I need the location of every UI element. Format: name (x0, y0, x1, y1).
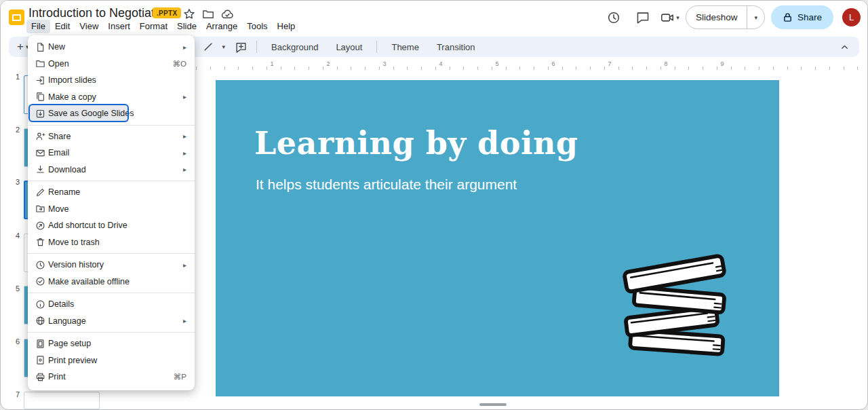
ruler-label: 6 (549, 60, 557, 67)
menu-item-label: Import slides (47, 75, 96, 85)
submenu-arrow-icon: ▸ (183, 166, 186, 173)
trash-icon (35, 237, 45, 248)
menu-file[interactable]: File (26, 20, 50, 33)
copy-icon (35, 92, 45, 102)
submenu-arrow-icon: ▸ (183, 149, 186, 157)
menu-item-share[interactable]: Share ▸ (28, 128, 195, 145)
print-preview-icon (35, 355, 45, 366)
menu-tools[interactable]: Tools (242, 20, 272, 33)
slide-title-textbox[interactable]: Learning by doing (254, 125, 578, 162)
hide-menus-icon[interactable] (836, 39, 852, 55)
shortcut-label: ⌘O (173, 59, 186, 69)
share-button-label: Share (797, 12, 822, 22)
account-avatar[interactable]: L (842, 8, 861, 26)
save-icon (35, 108, 45, 119)
slide-number: 3 (9, 178, 20, 186)
slides-logo-icon[interactable] (9, 10, 24, 25)
menu-item-label: New (47, 42, 65, 52)
horizontal-scrollbar[interactable] (479, 403, 507, 406)
line-tool-icon[interactable] (199, 39, 217, 55)
plus-icon: + (17, 40, 24, 54)
menu-view[interactable]: View (75, 20, 103, 33)
menu-item-label: Share (47, 132, 71, 141)
menu-insert[interactable]: Insert (103, 20, 135, 33)
menu-item-make-a-copy[interactable]: Make a copy ▸ (28, 89, 195, 106)
menu-edit[interactable]: Edit (50, 20, 75, 33)
menu-item-version-history[interactable]: Version history ▸ (28, 257, 195, 274)
videocam-icon (660, 11, 674, 24)
lock-icon (783, 12, 793, 22)
menu-item-add-shortcut-to-drive[interactable]: Add shortcut to Drive (28, 217, 195, 234)
theme-button[interactable]: Theme (384, 39, 426, 55)
menu-item-label: Download (47, 165, 86, 174)
menu-item-print[interactable]: Print ⌘P (28, 369, 195, 386)
slide-canvas[interactable]: Learning by doing It helps students arti… (216, 80, 779, 396)
menu-item-import-slides[interactable]: Import slides (28, 72, 195, 89)
layout-button[interactable]: Layout (328, 39, 370, 55)
ruler-label: 3 (380, 60, 388, 67)
cloud-status-icon[interactable] (220, 7, 234, 21)
menu-item-open[interactable]: Open ⌘O (28, 56, 195, 73)
document-title[interactable]: Introduction to Negotiation (28, 6, 171, 20)
chevron-down-icon[interactable]: ▾ (676, 14, 679, 21)
menu-item-label: Rename (47, 187, 80, 197)
menu-item-move[interactable]: Move (28, 201, 195, 218)
email-icon (35, 147, 45, 158)
slide-number: 1 (9, 73, 20, 81)
menu-slide[interactable]: Slide (172, 20, 201, 33)
menu-divider (28, 253, 195, 254)
share-button[interactable]: Share (771, 5, 833, 29)
slide-number: 5 (9, 284, 20, 293)
meet-presentation-button[interactable]: ▾ (660, 11, 679, 24)
titlebar: Introduction to Negotiation .PPTX File E… (1, 1, 867, 35)
folder-open-icon (35, 58, 45, 69)
slide-thumbnail-7[interactable] (24, 392, 100, 409)
menu-format[interactable]: Format (135, 20, 172, 33)
menu-help[interactable]: Help (273, 20, 300, 33)
transition-button[interactable]: Transition (429, 39, 483, 55)
line-tool-dropdown-icon[interactable]: ▾ (222, 43, 225, 50)
shortcut-label: ⌘P (174, 372, 186, 381)
menu-item-new[interactable]: New ▸ (28, 39, 195, 56)
folder-move-icon (35, 204, 45, 215)
menu-item-label: Details (47, 299, 74, 309)
background-button[interactable]: Background (264, 39, 326, 55)
toolbar-divider (256, 41, 257, 53)
slideshow-split-button: Slideshow ▾ (686, 5, 765, 29)
import-icon (35, 75, 45, 86)
submenu-arrow-icon: ▸ (183, 261, 186, 269)
toolbar-divider (376, 41, 377, 53)
submenu-arrow-icon: ▸ (183, 43, 186, 51)
download-icon (35, 164, 45, 175)
menu-item-label: Make available offline (47, 277, 130, 286)
comments-icon[interactable] (631, 6, 654, 29)
move-folder-icon[interactable] (201, 7, 215, 21)
slide-number: 6 (9, 337, 20, 346)
menu-item-make-available-offline[interactable]: Make available offline (28, 274, 195, 291)
menu-arrange[interactable]: Arrange (201, 20, 242, 33)
menu-item-email[interactable]: Email ▸ (28, 145, 195, 162)
star-icon[interactable] (182, 7, 196, 21)
menu-item-language[interactable]: Language ▸ (28, 313, 195, 330)
menu-item-details[interactable]: Details (28, 296, 195, 313)
version-history-icon[interactable] (602, 6, 625, 29)
menu-item-label: Email (47, 148, 69, 157)
menu-item-label: Open (47, 59, 69, 69)
slideshow-button[interactable]: Slideshow (686, 12, 747, 22)
menu-item-move-to-trash[interactable]: Move to trash (28, 234, 195, 251)
new-slide-button[interactable]: + ▾ (17, 40, 28, 54)
info-icon (35, 299, 45, 310)
menu-item-label: Version history (47, 260, 104, 269)
menu-item-rename[interactable]: Rename (28, 184, 195, 201)
menu-item-save-as-google-slides[interactable]: Save as Google Slides (28, 105, 195, 122)
menu-bar: File Edit View Insert Format Slide Arran… (26, 20, 300, 33)
stack-of-books-image[interactable] (614, 240, 740, 358)
offline-check-icon (35, 276, 45, 287)
history-clock-icon (35, 259, 45, 270)
slide-body-textbox[interactable]: It helps students articulate their argum… (256, 176, 517, 193)
menu-item-download[interactable]: Download ▸ (28, 162, 195, 179)
add-comment-icon[interactable] (232, 39, 250, 55)
menu-item-print-preview[interactable]: Print preview (28, 352, 195, 369)
slideshow-dropdown[interactable]: ▾ (747, 14, 764, 21)
menu-item-page-setup[interactable]: Page setup (28, 335, 195, 352)
